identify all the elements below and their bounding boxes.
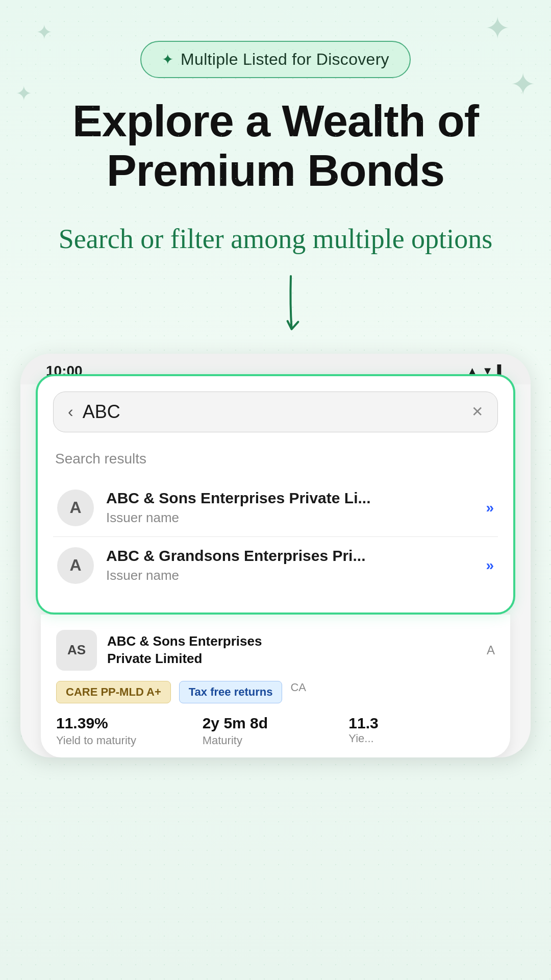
- yield-value: 11.39%: [56, 715, 203, 732]
- bond-stats: 11.39% Yield to maturity 2y 5m 8d Maturi…: [56, 715, 495, 747]
- bond-card-header: AS ABC & Sons Enterprises Private Limite…: [56, 630, 495, 671]
- search-results-label: Search results: [53, 451, 498, 467]
- bond-avatar: AS: [56, 630, 97, 671]
- result-arrow-icon-2: »: [486, 557, 494, 574]
- clear-icon[interactable]: ✕: [471, 403, 483, 420]
- badge-sparkle-icon: ✦: [162, 51, 173, 68]
- arrow-container: [0, 272, 551, 354]
- subtitle-cursive: Search or filter among multiple options: [0, 221, 551, 257]
- bond-stat-maturity: 2y 5m 8d Maturity: [203, 715, 349, 747]
- tax-tag: Tax free returns: [179, 681, 283, 703]
- yield-label: Yield to maturity: [56, 734, 203, 747]
- result-name-1: ABC & Sons Enterprises Private Li...: [106, 489, 473, 507]
- bond-card-strip: AS ABC & Sons Enterprises Private Limite…: [41, 615, 510, 757]
- result-name-2: ABC & Grandsons Enterprises Pri...: [106, 547, 473, 565]
- arrow-icon: [260, 272, 321, 354]
- extra-tag-hint: CA: [290, 681, 306, 703]
- result-text-2: ABC & Grandsons Enterprises Pri... Issue…: [106, 547, 473, 583]
- result-arrow-icon-1: »: [486, 500, 494, 516]
- badge-container: ✦ Multiple Listed for Discovery: [0, 41, 551, 78]
- search-input[interactable]: ABC: [83, 401, 462, 423]
- back-icon[interactable]: ‹: [68, 402, 73, 421]
- bond-stat-yield2: 11.3 Yie...: [348, 715, 495, 747]
- maturity-value: 2y 5m 8d: [203, 715, 349, 732]
- yield2-label: Yie...: [348, 732, 495, 745]
- yield2-value: 11.3: [348, 715, 495, 732]
- badge-label: Multiple Listed for Discovery: [181, 50, 389, 69]
- result-text-1: ABC & Sons Enterprises Private Li... Iss…: [106, 489, 473, 526]
- discovery-badge: ✦ Multiple Listed for Discovery: [140, 41, 411, 78]
- result-subtext-2: Issuer name: [106, 568, 473, 583]
- result-avatar-2: A: [57, 547, 94, 584]
- phone-mockup: 10:00 ▲ ▼ ▌ ‹ ABC ✕ Search results A ABC…: [20, 354, 531, 757]
- result-avatar-1: A: [57, 489, 94, 526]
- main-heading: Explore a Wealth of Premium Bonds: [0, 96, 551, 195]
- maturity-label: Maturity: [203, 734, 349, 747]
- search-highlight-box: ‹ ABC ✕ Search results A ABC & Sons Ente…: [36, 374, 515, 615]
- search-result-item-2[interactable]: A ABC & Grandsons Enterprises Pri... Iss…: [53, 536, 498, 594]
- heading-line1: Explore a Wealth of: [72, 95, 479, 146]
- company-name-line1: ABC & Sons Enterprises: [107, 633, 262, 649]
- search-result-item-1[interactable]: A ABC & Sons Enterprises Private Li... I…: [53, 479, 498, 536]
- bond-tags: CARE PP-MLD A+ Tax free returns CA: [56, 681, 495, 703]
- bond-company-info: ABC & Sons Enterprises Private Limited: [107, 633, 477, 668]
- result-subtext-1: Issuer name: [106, 510, 473, 526]
- bond-corner-label: A: [487, 643, 495, 657]
- bond-stat-yield: 11.39% Yield to maturity: [56, 715, 203, 747]
- search-bar[interactable]: ‹ ABC ✕: [53, 391, 498, 432]
- heading-line2: Premium Bonds: [107, 145, 444, 195]
- bond-company-name: ABC & Sons Enterprises Private Limited: [107, 633, 477, 668]
- company-name-line2: Private Limited: [107, 651, 202, 666]
- rating-tag: CARE PP-MLD A+: [56, 681, 171, 703]
